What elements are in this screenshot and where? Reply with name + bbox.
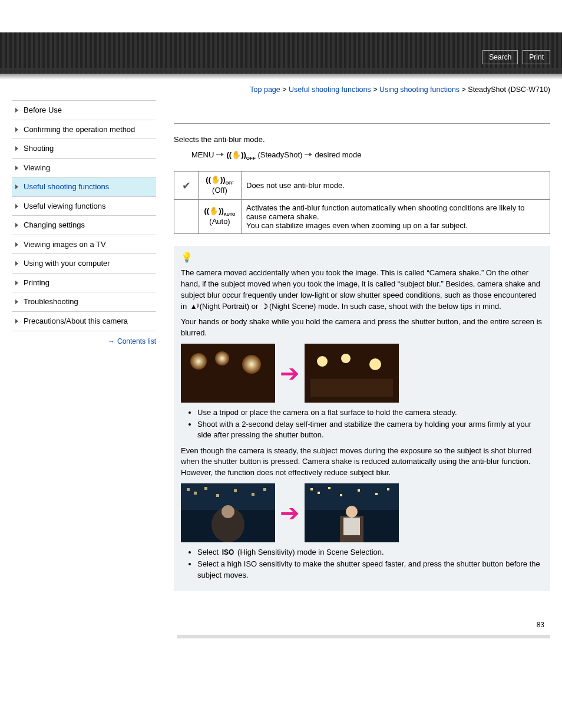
steadyshot-auto-icon: ((✋))AUTO (204, 206, 235, 217)
main-content: Top page > Useful shooting functions > U… (174, 85, 550, 591)
desc-cell: Activates the anti-blur function automat… (242, 200, 550, 234)
sidebar-item[interactable]: Useful viewing functions (12, 197, 156, 216)
check-cell: ✔ (174, 172, 199, 200)
tips-list-1: Use a tripod or place the camera on a fl… (181, 407, 543, 441)
tip-paragraph-2: Your hands or body shake while you hold … (181, 317, 543, 339)
tip-paragraph-1: The camera moved accidentally when you t… (181, 268, 543, 312)
svg-point-3 (242, 355, 261, 374)
mode-cell: ((✋))OFF(Off) (199, 172, 242, 200)
header-band: Search Print (0, 32, 562, 74)
arrow-right-icon (305, 150, 313, 159)
menu-path: MENU ((✋))OFF (SteadyShot) desired mode (174, 150, 550, 161)
page-number: 83 (0, 615, 562, 635)
tips-list-2: Select ISO (High Sensitivity) mode in Sc… (181, 547, 543, 581)
svg-rect-22 (310, 488, 313, 490)
night-portrait-icon: ▲ᴶ (189, 302, 200, 312)
blurred-room-image (181, 344, 275, 403)
check-icon: ✔ (182, 180, 191, 192)
svg-rect-27 (375, 493, 378, 495)
svg-point-1 (190, 353, 207, 370)
footer-bar (177, 635, 550, 638)
breadcrumb-l2[interactable]: Using shooting functions (379, 85, 459, 94)
breadcrumb-current: SteadyShot (DSC-W710) (468, 85, 550, 94)
steadyshot-off-icon: ((✋))OFF (227, 150, 256, 161)
arrow-right-large-icon: ➔ (275, 499, 305, 526)
svg-point-19 (222, 505, 234, 518)
svg-rect-11 (187, 488, 190, 491)
list-item: Shoot with a 2-second delay self-timer a… (197, 419, 543, 440)
arrow-right-icon: → (108, 337, 115, 345)
print-button[interactable]: Print (523, 50, 550, 64)
svg-point-30 (346, 506, 358, 518)
list-item: Select ISO (High Sensitivity) mode in Sc… (197, 547, 543, 558)
modes-table: ✔((✋))OFF(Off)Does not use anti-blur mod… (174, 171, 550, 234)
breadcrumb: Top page > Useful shooting functions > U… (174, 85, 550, 94)
check-cell (174, 200, 199, 234)
svg-rect-28 (387, 488, 389, 490)
svg-point-7 (369, 358, 381, 370)
arrow-right-large-icon: ➔ (275, 360, 305, 387)
svg-rect-17 (263, 488, 266, 491)
svg-rect-12 (194, 492, 197, 495)
steadyshot-off-icon: ((✋))OFF (206, 175, 233, 186)
sidebar-item[interactable]: Printing (12, 274, 156, 293)
svg-rect-8 (310, 379, 393, 397)
list-item: Select a high ISO sensitivity to make th… (197, 559, 543, 580)
svg-rect-31 (343, 518, 360, 535)
list-item: Use a tripod or place the camera on a fl… (197, 407, 543, 418)
mode-cell: ((✋))AUTO(Auto) (199, 200, 242, 234)
svg-rect-0 (181, 344, 275, 403)
tip-block: 💡 The camera moved accidentally when you… (174, 246, 550, 591)
breadcrumb-l1[interactable]: Useful shooting functions (289, 85, 371, 94)
sidebar-item[interactable]: Viewing images on a TV (12, 235, 156, 255)
svg-rect-13 (204, 487, 207, 490)
iso-icon: ISO (221, 548, 236, 558)
svg-rect-26 (358, 489, 360, 492)
svg-rect-25 (340, 494, 342, 496)
svg-rect-24 (328, 487, 330, 489)
subject-blur-illustration: ➔ (181, 483, 543, 542)
svg-rect-23 (318, 492, 320, 494)
contents-list-link[interactable]: →Contents list (12, 337, 156, 345)
sidebar-item[interactable]: Viewing (12, 159, 156, 178)
svg-rect-15 (234, 489, 237, 492)
breadcrumb-top[interactable]: Top page (250, 85, 280, 94)
svg-point-5 (317, 356, 328, 367)
svg-rect-16 (252, 493, 254, 496)
night-scene-icon: ☽ (260, 302, 269, 312)
arrow-right-icon (216, 150, 224, 159)
camera-shake-illustration: ➔ (181, 344, 543, 403)
sharp-room-image (305, 344, 399, 403)
intro-text: Selects the anti-blur mode. (174, 134, 550, 146)
sidebar-item[interactable]: Precautions/About this camera (12, 312, 156, 331)
sidebar-item[interactable]: Before Use (12, 101, 156, 120)
tip-bulb-icon: 💡 (181, 252, 543, 263)
desc-cell: Does not use anti-blur mode. (242, 172, 550, 200)
sidebar-item[interactable]: Shooting (12, 139, 156, 159)
sidebar-item[interactable]: Changing settings (12, 216, 156, 235)
tip-paragraph-3: Even though the camera is steady, the su… (181, 446, 543, 479)
sidebar: Before UseConfirming the operation metho… (12, 100, 156, 345)
sidebar-item[interactable]: Using with your computer (12, 254, 156, 274)
table-row: ((✋))AUTO(Auto)Activates the anti-blur f… (174, 200, 550, 234)
blurred-subject-image (181, 483, 275, 542)
sharp-subject-image (305, 483, 399, 542)
sidebar-item[interactable]: Troubleshooting (12, 292, 156, 312)
svg-point-2 (215, 351, 229, 365)
table-row: ✔((✋))OFF(Off)Does not use anti-blur mod… (174, 172, 550, 200)
sidebar-item[interactable]: Useful shooting functions (12, 177, 156, 197)
search-button[interactable]: Search (482, 50, 518, 64)
svg-point-6 (341, 354, 351, 363)
sidebar-item[interactable]: Confirming the operation method (12, 120, 156, 140)
svg-rect-14 (216, 494, 219, 497)
